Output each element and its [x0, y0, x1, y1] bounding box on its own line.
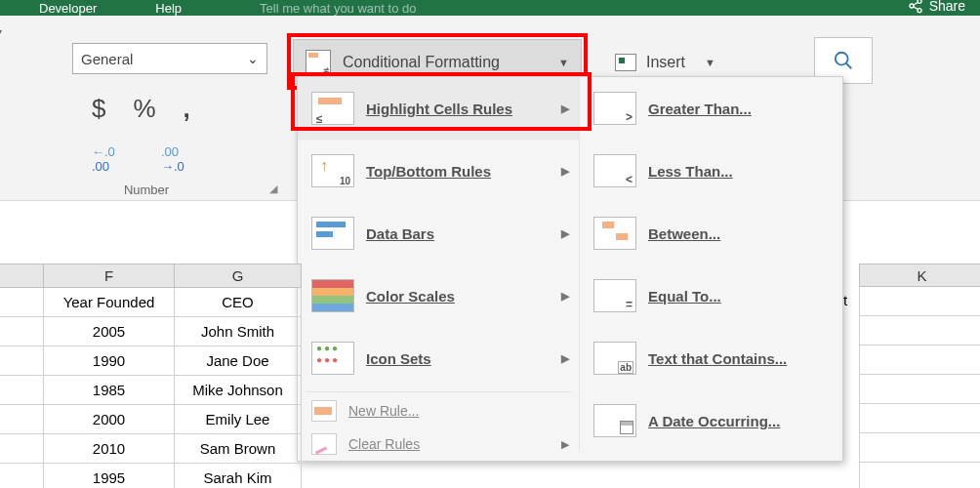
menu-greater-than[interactable]: Greater Than... — [580, 77, 842, 140]
number-group: ▾ General⌄ ▾ $%, ←.0.00 .00→.0 Number ◢ — [10, 16, 283, 201]
menu-clear-rules[interactable]: Clear Rules▶ — [298, 427, 579, 461]
submenu-arrow-icon: ▶ — [561, 102, 569, 115]
search-icon — [833, 50, 854, 71]
chevron-down-icon[interactable]: ▾ — [0, 25, 2, 39]
top-bottom-icon — [311, 154, 354, 187]
tab-developer[interactable]: Developer — [39, 1, 97, 16]
svg-point-3 — [836, 53, 848, 65]
svg-point-0 — [918, 0, 921, 3]
menu-equal-to[interactable]: Equal To... — [580, 264, 842, 327]
spreadsheet[interactable]: E F G tersYear FoundedCEO isco2005John S… — [0, 264, 302, 488]
chevron-down-icon: ▼ — [558, 57, 569, 68]
tab-help[interactable]: Help — [155, 1, 182, 16]
submenu-arrow-icon: ▶ — [561, 165, 569, 178]
less-than-icon — [593, 154, 636, 187]
highlight-cells-icon — [311, 92, 354, 125]
group-label: Number — [10, 183, 283, 197]
submenu-arrow-icon: ▶ — [561, 352, 569, 365]
tell-me-prompt[interactable]: Tell me what you want to do — [260, 1, 416, 16]
submenu-arrow-icon: ▶ — [561, 438, 569, 451]
col-header[interactable]: F — [44, 264, 175, 288]
cell-value: t — [843, 292, 847, 308]
col-header[interactable]: E — [0, 264, 44, 288]
menu-between[interactable]: Between... — [580, 202, 842, 264]
date-occurring-icon — [593, 404, 636, 437]
menu-color-scales[interactable]: Color Scales▶ — [298, 264, 579, 327]
share-button[interactable]: Share — [908, 0, 965, 14]
col-header[interactable]: K — [859, 264, 980, 287]
submenu-arrow-icon: ▶ — [561, 227, 569, 240]
insert-cells-icon — [615, 54, 636, 71]
menu-less-than[interactable]: Less Than... — [580, 140, 842, 202]
icon-sets-icon — [311, 342, 354, 375]
conditional-formatting-icon — [306, 50, 331, 75]
dialog-launcher-icon[interactable]: ◢ — [269, 183, 277, 195]
clear-rules-icon — [311, 433, 337, 455]
menu-top-bottom-rules[interactable]: Top/Bottom Rules▶ — [298, 140, 579, 202]
equal-to-icon — [593, 279, 636, 312]
increase-decimal-button[interactable]: ←.0.00 — [92, 144, 115, 174]
chevron-down-icon: ⌄ — [247, 51, 259, 66]
number-format-combo[interactable]: General⌄ — [72, 43, 267, 74]
text-contains-icon — [593, 342, 636, 375]
menu-text-contains[interactable]: Text that Contains... — [580, 327, 842, 389]
conditional-formatting-menu: Highlight Cells Rules▶ Top/Bottom Rules▶… — [297, 76, 843, 462]
new-rule-icon — [311, 400, 337, 422]
greater-than-icon — [593, 92, 636, 125]
chevron-down-icon: ▼ — [705, 57, 715, 68]
menu-icon-sets[interactable]: Icon Sets▶ — [298, 327, 579, 389]
submenu-arrow-icon: ▶ — [561, 290, 569, 303]
menu-date-occurring[interactable]: A Date Occurring... — [580, 389, 842, 452]
decrease-decimal-button[interactable]: .00→.0 — [161, 144, 184, 174]
menu-data-bars[interactable]: Data Bars▶ — [298, 202, 579, 264]
svg-point-1 — [910, 4, 914, 8]
color-scales-icon — [311, 279, 354, 312]
data-bars-icon — [311, 217, 354, 250]
number-symbols[interactable]: $%, — [92, 94, 218, 124]
grid-cells[interactable] — [859, 287, 980, 488]
menu-highlight-cells-rules[interactable]: Highlight Cells Rules▶ — [298, 77, 579, 140]
col-header[interactable]: G — [175, 264, 302, 288]
title-bar: Developer Help Tell me what you want to … — [0, 0, 980, 16]
between-icon — [593, 217, 636, 250]
menu-new-rule[interactable]: New Rule... — [298, 394, 579, 427]
svg-point-2 — [918, 9, 921, 13]
